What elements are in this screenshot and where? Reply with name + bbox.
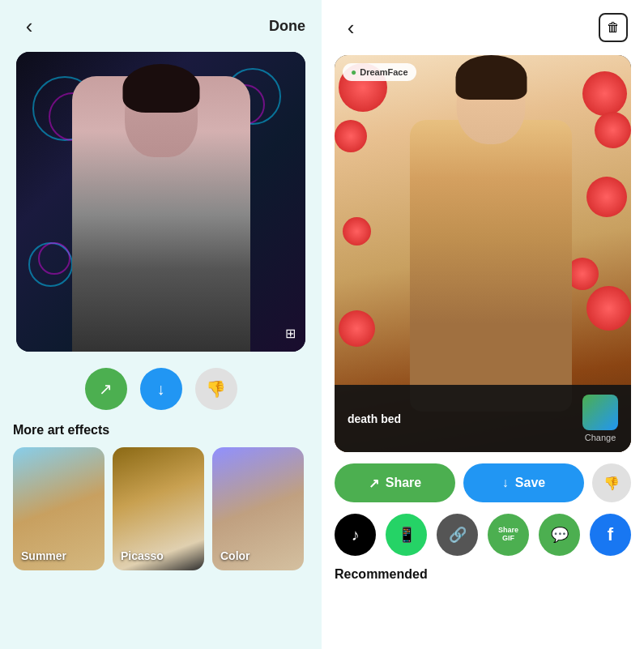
flower-ball-7: [586, 286, 631, 331]
back-button-left[interactable]: [16, 13, 42, 39]
compare-icon[interactable]: [285, 323, 296, 342]
share-button-icon: ↗: [369, 476, 379, 491]
dislike-button[interactable]: 👎: [592, 463, 631, 502]
result-bottom-bar: death bed Change: [335, 385, 631, 452]
link-button[interactable]: 🔗: [437, 514, 478, 556]
link-icon: 🔗: [449, 526, 467, 544]
back-icon-right: [348, 15, 355, 41]
change-avatar-btn[interactable]: Change: [582, 395, 618, 442]
flower-ball-5: [586, 177, 627, 217]
deco-circle-6: [38, 242, 70, 275]
whatsapp-icon: 📱: [398, 526, 416, 544]
save-button-label: Save: [515, 476, 545, 490]
flower-ball-8: [339, 310, 375, 347]
share-gif-button[interactable]: ShareGIF: [488, 514, 529, 556]
effect-summer-bg: Summer: [13, 447, 104, 570]
girl-hair: [122, 64, 199, 113]
right-header: 🗑: [322, 0, 644, 55]
effect-summer-label: Summer: [21, 549, 66, 562]
facebook-icon: f: [608, 524, 613, 545]
save-button-icon: ↓: [502, 476, 509, 490]
effect-picasso-bg: Picasso: [113, 447, 204, 570]
song-title: death bed: [348, 412, 401, 425]
whatsapp-button[interactable]: 📱: [386, 514, 427, 556]
flower-ball-2: [595, 112, 631, 148]
effect-card-picasso[interactable]: Picasso: [113, 447, 204, 570]
right-panel: 🗑 ● Drea: [322, 0, 644, 649]
effects-row: Summer Picasso Color: [0, 447, 322, 570]
main-image-container: [16, 52, 305, 352]
result-girl-body: [410, 120, 572, 412]
result-girl-head: [457, 63, 526, 144]
back-icon-left: [26, 14, 33, 39]
trash-icon: 🗑: [607, 20, 620, 35]
flower-ball-1: [582, 71, 627, 116]
dislike-icon: 👎: [603, 476, 620, 491]
social-row: ♪ 📱 🔗 ShareGIF 💬 f: [322, 510, 644, 564]
compare-sym: [285, 323, 296, 341]
dislike-action-icon: 👎: [206, 379, 226, 399]
change-label: Change: [585, 433, 616, 442]
action-buttons: ↗ ↓ 👎: [0, 352, 322, 423]
chat-icon: 💬: [551, 526, 569, 544]
effect-color-label: Color: [220, 549, 250, 562]
dreamface-badge: ● DreamFace: [343, 63, 416, 81]
left-header: Done: [0, 0, 322, 52]
main-image-bg: [16, 52, 305, 352]
download-action-icon: ↓: [157, 380, 165, 399]
tiktok-button[interactable]: ♪: [335, 514, 376, 556]
done-button[interactable]: Done: [269, 18, 305, 35]
more-effects-title: More art effects: [0, 423, 322, 447]
share-action-icon: ↗: [99, 379, 113, 399]
dislike-action-button[interactable]: 👎: [195, 368, 237, 410]
effect-card-color[interactable]: Color: [212, 447, 304, 570]
result-girl-hair: [455, 55, 527, 100]
right-action-buttons: ↗ Share ↓ Save 👎: [322, 452, 644, 510]
share-button[interactable]: ↗ Share: [335, 463, 455, 502]
download-action-button[interactable]: ↓: [140, 368, 182, 410]
share-action-button[interactable]: ↗: [85, 368, 127, 410]
effect-card-summer[interactable]: Summer: [13, 447, 104, 570]
dreamface-label: DreamFace: [360, 67, 407, 77]
left-panel: Done ↗ ↓: [0, 0, 322, 649]
recommended-title: Recommended: [322, 564, 644, 585]
flower-ball-4: [335, 120, 367, 152]
chat-button[interactable]: 💬: [539, 514, 580, 556]
effect-picasso-label: Picasso: [121, 549, 164, 562]
result-image-container: ● DreamFace death bed Change: [335, 55, 631, 452]
share-button-label: Share: [386, 476, 421, 490]
result-girl-figure: [410, 120, 572, 412]
tiktok-icon: ♪: [352, 526, 360, 544]
change-avatar-img: [582, 395, 618, 430]
effect-color-bg: Color: [212, 447, 304, 570]
save-button[interactable]: ↓ Save: [463, 463, 584, 502]
flower-ball-6: [343, 217, 371, 246]
trash-button[interactable]: 🗑: [599, 13, 628, 42]
share-gif-label: ShareGIF: [498, 527, 518, 543]
facebook-button[interactable]: f: [590, 514, 631, 556]
back-button-right[interactable]: [338, 15, 364, 41]
girl-head: [125, 68, 198, 157]
girl-figure: [72, 76, 250, 352]
